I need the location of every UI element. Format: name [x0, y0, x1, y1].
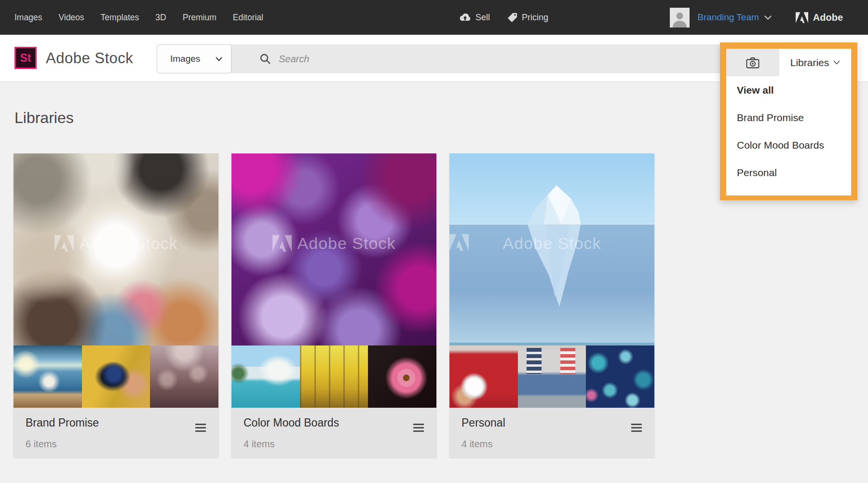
thumbnail-pink-flower[interactable]: [368, 345, 436, 408]
top-navigation-bar: Images Videos Templates 3D Premium Edito…: [0, 0, 868, 35]
library-title: Brand Promise: [26, 416, 218, 429]
chevron-down-icon: [833, 60, 840, 65]
dropdown-item-personal[interactable]: Personal: [726, 159, 851, 186]
search-bar: Images: [157, 44, 779, 73]
primary-nav: Images Videos Templates 3D Premium Edito…: [14, 0, 263, 35]
library-thumbnails: [14, 345, 218, 408]
libraries-dropdown-highlight: Libraries View all Brand Promise Color M…: [720, 42, 857, 200]
library-menu-icon[interactable]: [195, 424, 206, 432]
library-item-count: 6 items: [26, 439, 56, 450]
library-thumbnails: [449, 345, 654, 408]
price-tag-icon: [507, 13, 517, 23]
libraries-dropdown-menu: View all Brand Promise Color Mood Boards…: [726, 76, 851, 195]
adobe-logo-icon: [796, 12, 808, 23]
nav-item-editorial[interactable]: Editorial: [233, 13, 263, 23]
dropdown-item-color-mood-boards[interactable]: Color Mood Boards: [726, 131, 851, 159]
adobe-logo-icon: [272, 235, 292, 252]
search-category-value: Images: [170, 54, 200, 64]
library-card-brand-promise[interactable]: Adobe Stock Brand Promise 6 items: [14, 153, 218, 457]
library-item-count: 4 items: [461, 439, 492, 450]
thumbnail-autumn-forest[interactable]: [300, 345, 368, 408]
library-card-footer: Color Mood Boards 4 items: [231, 408, 436, 457]
dropdown-item-brand-promise[interactable]: Brand Promise: [726, 104, 851, 131]
dropdown-item-view-all[interactable]: View all: [726, 76, 851, 104]
library-cards: Adobe Stock Brand Promise 6 items Adobe …: [14, 153, 654, 457]
library-cover-image[interactable]: Adobe Stock: [231, 153, 436, 345]
search-icon: [259, 53, 271, 65]
library-cover-image[interactable]: Adobe Stock: [449, 153, 654, 345]
library-card-personal[interactable]: Adobe Stock Personal 4 items: [449, 153, 654, 457]
thumbnail-meditation[interactable]: [14, 345, 82, 408]
adobe-wordmark: Adobe: [813, 12, 843, 23]
adobe-stock-logo[interactable]: St: [14, 47, 37, 69]
nav-item-images[interactable]: Images: [14, 13, 42, 23]
adobe-logo-icon: [54, 235, 74, 252]
visual-search-button[interactable]: [726, 49, 779, 76]
thumbnail-red-shirt-mug[interactable]: [449, 345, 518, 408]
library-card-footer: Personal 4 items: [449, 408, 654, 457]
library-cover-image[interactable]: Adobe Stock: [14, 153, 218, 345]
libraries-dropdown-header: Libraries: [726, 49, 851, 76]
library-title: Color Mood Boards: [244, 416, 436, 429]
search-category-select[interactable]: Images: [157, 44, 231, 73]
library-card-footer: Brand Promise 6 items: [14, 408, 218, 457]
nav-item-templates[interactable]: Templates: [101, 13, 139, 23]
library-item-count: 4 items: [244, 439, 274, 450]
nav-item-premium[interactable]: Premium: [183, 13, 217, 23]
pricing-link[interactable]: Pricing: [507, 13, 548, 23]
library-title: Personal: [461, 416, 654, 429]
thumbnail-phone-chart[interactable]: [82, 345, 150, 408]
app-title: Adobe Stock: [46, 35, 133, 82]
thumbnail-couple-jeans[interactable]: [518, 345, 586, 408]
watermark: Adobe Stock: [14, 234, 218, 253]
account-chevron-down-icon[interactable]: [764, 15, 772, 20]
camera-icon: [746, 57, 760, 69]
page-title: Libraries: [14, 109, 74, 127]
thumbnail-tropical-pattern[interactable]: [586, 345, 654, 408]
watermark: Adobe Stock: [231, 234, 436, 253]
nav-item-3d[interactable]: 3D: [155, 13, 166, 23]
thumbnail-pool-house[interactable]: [231, 345, 300, 408]
sell-label: Sell: [475, 13, 490, 23]
sell-link[interactable]: Sell: [459, 13, 490, 23]
libraries-button-label: Libraries: [790, 57, 829, 69]
libraries-button[interactable]: Libraries: [779, 49, 851, 76]
account-name-link[interactable]: Branding Team: [697, 12, 759, 23]
library-thumbnails: [231, 345, 436, 408]
library-menu-icon[interactable]: [413, 424, 424, 432]
cloud-upload-icon: [459, 13, 471, 22]
library-card-color-mood-boards[interactable]: Adobe Stock Color Mood Boards 4 items: [231, 153, 436, 457]
topbar-actions: Sell Pricing: [459, 0, 548, 35]
pricing-label: Pricing: [522, 13, 548, 23]
thumbnail-crowd[interactable]: [150, 345, 218, 408]
nav-item-videos[interactable]: Videos: [58, 13, 84, 23]
iceberg-illustration: [449, 153, 654, 345]
library-menu-icon[interactable]: [631, 424, 642, 432]
search-input[interactable]: [279, 54, 779, 65]
avatar[interactable]: [670, 8, 690, 28]
account-area: Branding Team Adobe: [670, 0, 843, 35]
chevron-down-icon: [216, 57, 222, 61]
adobe-home-link[interactable]: Adobe: [796, 12, 843, 23]
